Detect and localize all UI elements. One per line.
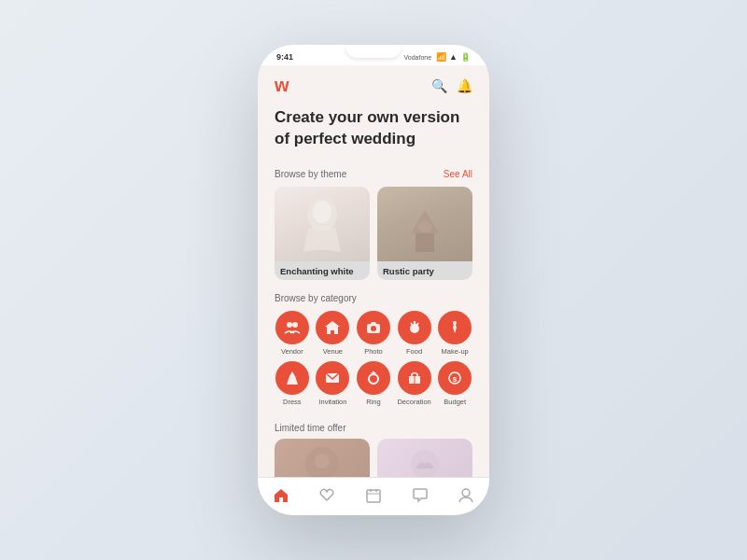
photo-icon — [365, 319, 382, 336]
hero-section: Create your own version of perfect weddi… — [258, 104, 489, 161]
category-makeup[interactable]: Make-up — [437, 311, 472, 356]
svg-point-20 — [315, 454, 330, 469]
svg-point-9 — [371, 326, 376, 331]
limited-offer-label: Limited time offer — [275, 423, 472, 433]
category-photo[interactable]: Photo — [356, 311, 391, 356]
phone-frame: 9:41 Vodafone 📶 ▲ 🔋 w 🔍 🔔 Create your ow… — [258, 45, 489, 515]
category-dress[interactable]: Dress — [275, 361, 310, 406]
white-dress-illustration — [289, 191, 355, 257]
hero-title-line2: of perfect wedding — [275, 130, 416, 147]
makeup-label: Make-up — [442, 347, 469, 356]
invitation-icon-circle — [316, 361, 349, 395]
category-invitation[interactable]: Invitation — [316, 361, 351, 406]
theme-name-rustic: Rustic party — [377, 261, 472, 280]
makeup-icon — [446, 319, 463, 336]
see-all-themes[interactable]: See All — [444, 169, 472, 179]
svg-rect-22 — [367, 490, 380, 502]
svg-point-5 — [292, 322, 298, 328]
battery-icon: 🔋 — [460, 52, 471, 62]
browse-category-header: Browse by category — [258, 293, 489, 303]
theme-image-white — [275, 187, 370, 261]
vendor-icon-circle — [275, 311, 309, 344]
svg-point-13 — [369, 374, 378, 384]
limited-card-1-image — [294, 441, 350, 477]
browse-theme-header: Browse by theme See All — [258, 169, 489, 179]
nav-calendar[interactable] — [356, 485, 391, 506]
ring-icon — [365, 370, 382, 386]
header-icons: 🔍 🔔 — [431, 78, 472, 93]
ring-icon-circle — [357, 361, 390, 395]
nav-favorites[interactable] — [309, 485, 345, 506]
wifi-icon: ▲ — [449, 52, 458, 62]
svg-point-21 — [411, 450, 439, 477]
category-food[interactable]: Food — [397, 311, 432, 356]
svg-point-4 — [287, 322, 292, 328]
limited-card-2[interactable] — [377, 439, 472, 477]
vendor-label: Vendor — [281, 347, 303, 356]
category-grid: Vendor Venue Photo — [275, 311, 472, 406]
food-icon — [406, 319, 423, 336]
status-icons: Vodafone 📶 ▲ 🔋 — [403, 52, 471, 62]
app-content: w 🔍 🔔 Create your own version of perfect… — [258, 65, 489, 477]
svg-point-3 — [417, 221, 432, 232]
calendar-nav-icon — [365, 487, 382, 504]
limited-card-1[interactable] — [275, 439, 370, 477]
invitation-icon — [324, 370, 341, 386]
venue-icon-circle — [316, 311, 349, 344]
signal-icon: 📶 — [436, 52, 446, 62]
carrier-text: Vodafone — [403, 54, 431, 61]
hero-title-line1: Create your own version — [275, 108, 459, 126]
limited-card-2-image — [397, 441, 453, 477]
budget-icon: $ — [446, 370, 463, 386]
limited-offer-section: Limited time offer — [258, 423, 489, 477]
profile-nav-icon — [458, 487, 474, 504]
vendor-icon — [284, 319, 301, 336]
theme-image-rustic — [377, 187, 472, 261]
ring-label: Ring — [366, 398, 380, 406]
decoration-icon — [406, 370, 423, 386]
app-logo: w — [275, 75, 289, 96]
nav-home[interactable] — [263, 485, 299, 506]
dress-icon — [284, 370, 301, 386]
bottom-nav — [258, 477, 489, 515]
category-decoration[interactable]: Decoration — [397, 361, 432, 406]
browse-category-label: Browse by category — [275, 293, 357, 303]
svg-point-26 — [462, 489, 470, 497]
chat-nav-icon — [412, 487, 429, 504]
invitation-label: Invitation — [318, 398, 346, 406]
category-budget[interactable]: $ Budget — [437, 361, 472, 406]
app-header: w 🔍 🔔 — [258, 65, 489, 104]
decoration-icon-circle — [398, 361, 431, 395]
nav-profile[interactable] — [448, 485, 484, 506]
dress-label: Dress — [283, 398, 302, 406]
phone-notch — [345, 45, 402, 58]
food-label: Food — [406, 347, 422, 356]
decoration-label: Decoration — [397, 398, 430, 406]
budget-label: Budget — [444, 398, 466, 406]
svg-text:$: $ — [453, 375, 458, 384]
food-icon-circle — [398, 311, 431, 344]
category-ring[interactable]: Ring — [356, 361, 391, 406]
svg-point-11 — [453, 321, 457, 325]
theme-card-white[interactable]: Enchanting white — [275, 187, 370, 280]
category-venue[interactable]: Venue — [316, 311, 351, 356]
svg-rect-2 — [416, 233, 434, 252]
favorites-nav-icon — [318, 487, 335, 504]
makeup-icon-circle — [438, 311, 472, 344]
home-nav-icon — [273, 487, 289, 504]
notification-icon[interactable]: 🔔 — [457, 78, 472, 93]
rustic-illustration — [392, 191, 458, 257]
svg-point-10 — [410, 324, 419, 333]
browse-theme-label: Browse by theme — [275, 169, 346, 179]
budget-icon-circle: $ — [438, 361, 472, 395]
dress-icon-circle — [275, 361, 309, 395]
nav-chat[interactable] — [402, 485, 438, 506]
search-icon[interactable]: 🔍 — [431, 78, 447, 93]
hero-title: Create your own version of perfect weddi… — [275, 107, 472, 150]
category-vendor[interactable]: Vendor — [275, 311, 310, 356]
photo-label: Photo — [364, 347, 383, 356]
venue-label: Venue — [323, 347, 343, 356]
theme-cards: Enchanting white Rustic party — [258, 187, 489, 280]
theme-card-rustic[interactable]: Rustic party — [377, 187, 472, 280]
venue-icon — [324, 319, 341, 336]
